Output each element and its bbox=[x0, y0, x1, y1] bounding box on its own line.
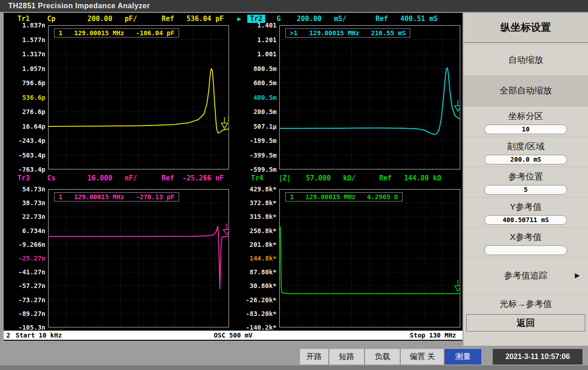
bottom-band bbox=[0, 365, 588, 370]
y-axis-label: 372.8k* bbox=[234, 199, 277, 207]
y-axis-label: -105.3n bbox=[2, 324, 45, 331]
y-axis-label: -57.27n bbox=[2, 282, 45, 289]
marker-readout: 1 129.00015 MHz -270.13 pF bbox=[54, 192, 179, 201]
y-axis-label: -9.266n bbox=[2, 241, 45, 248]
y-axis-label: -73.27n bbox=[2, 296, 45, 304]
tr1-scale: 200.00 pF/ bbox=[87, 15, 137, 23]
y-axis-label: -243.4p bbox=[2, 137, 45, 144]
y-axis-label: 30.80k* bbox=[234, 282, 277, 289]
y-axis-label: -25.27n bbox=[2, 255, 45, 262]
y-axis-label: 276.6p bbox=[2, 108, 45, 115]
tr3-label[interactable]: Tr3 bbox=[17, 174, 30, 182]
clock-display: 2021-3-11 10:57:06 bbox=[493, 349, 583, 365]
y-axis-label: 54.73n bbox=[2, 185, 45, 193]
tr3-param: Cs bbox=[47, 174, 55, 182]
tr3-scale: 16.000 nF/ bbox=[87, 174, 137, 182]
tr4-ref: Ref 144.80 kΩ bbox=[379, 174, 441, 182]
sidebar-item-scale-per-div[interactable]: 刻度/区域200.0 mS bbox=[463, 136, 588, 167]
y-axis-label: -763.4p bbox=[2, 166, 45, 173]
sidebar-item-value[interactable]: 200.0 mS bbox=[485, 155, 567, 164]
y-axis-label: 1.577n bbox=[2, 36, 45, 44]
tr1-param: Cp bbox=[47, 15, 55, 23]
tr2-param: G bbox=[277, 15, 281, 23]
sidebar-item-value[interactable]: 400.50711 mS bbox=[485, 215, 567, 225]
marker-readout: >1 129.00015 MHz 216.55 mS bbox=[285, 28, 410, 38]
tr4-label[interactable]: Tr4 bbox=[251, 174, 263, 182]
y-axis-label: 258.8k* bbox=[234, 227, 277, 234]
y-axis-label: -399.5m bbox=[234, 152, 277, 159]
svg-text:1: 1 bbox=[227, 116, 229, 122]
y-axis-label: 429.8k* bbox=[234, 185, 277, 193]
sidebar-item-value[interactable]: 5 bbox=[485, 185, 567, 195]
open-cal-button[interactable]: 开路 bbox=[300, 349, 329, 365]
sidebar-item-label: 全部自动缩放 bbox=[463, 76, 588, 106]
plot-panel-tr4: 11 129.00015 MHz 4.2905 Ω bbox=[279, 189, 460, 327]
sidebar-item-value[interactable] bbox=[485, 245, 567, 255]
y-axis-label: 200.5m bbox=[234, 108, 277, 115]
tr2-ref: Ref 400.51 mS bbox=[376, 15, 437, 23]
y-axis-label: 507.1µ bbox=[234, 123, 277, 130]
y-axis-label: -89.27n bbox=[2, 310, 45, 317]
y-axis-label: 796.6p bbox=[2, 79, 45, 87]
tr3-ref: Ref -25.266 nF bbox=[162, 174, 223, 182]
trace-header-row-2: Tr3 Cs 16.000 nF/ Ref -25.266 nF Tr4 |Z|… bbox=[4, 174, 463, 183]
trace-header-row-1: Tr1 Cp 200.00 pF/ Ref 536.04 pF ▶ Tr2 G … bbox=[4, 15, 463, 24]
sidebar-item-label: 参考值追踪 bbox=[463, 258, 588, 294]
sidebar-item-marker-to-ref[interactable]: 光标→参考值 bbox=[463, 294, 588, 314]
sidebar-item-auto-scale[interactable]: 自动缩放 bbox=[463, 45, 588, 75]
y-axis-label: -26.20k* bbox=[234, 296, 277, 304]
y-axis-label: 1.837n bbox=[2, 22, 45, 29]
y-axis-label: -140.2k* bbox=[234, 324, 277, 331]
sidebar-item-x-ref-value[interactable]: X参考值 bbox=[463, 227, 588, 257]
y-axis-label: 16.64p bbox=[2, 123, 45, 130]
y-axis-label: 144.8k* bbox=[234, 255, 277, 262]
softkey-menu: 纵坐标设置 ▲ ▼ 自动缩放全部自动缩放坐标分区10刻度/区域200.0 mS参… bbox=[463, 13, 588, 346]
sidebar-item-label: 刻度/区域 bbox=[463, 141, 588, 152]
measure-button[interactable]: 测量 bbox=[445, 349, 481, 365]
y-axis-label: 315.8k* bbox=[234, 213, 277, 220]
sidebar-item-auto-scale-all[interactable]: 全部自动缩放 bbox=[463, 75, 588, 106]
sidebar-item-label: 参考位置 bbox=[463, 171, 588, 183]
y-axis-label: 6.734n bbox=[2, 227, 45, 234]
y-axis-label: 1.201 bbox=[234, 36, 277, 44]
y-axis-label: 536.6p bbox=[2, 94, 45, 101]
submenu-arrow-icon: ▶ bbox=[575, 272, 580, 279]
sidebar-item-label: 自动缩放 bbox=[463, 45, 588, 75]
sidebar-item-ref-tracking[interactable]: 参考值追踪▶ bbox=[463, 257, 588, 294]
menu-title: 纵坐标设置 bbox=[463, 13, 588, 43]
y-axis-label: 22.73n bbox=[2, 213, 45, 220]
y-axis-label: -503.4p bbox=[2, 152, 45, 159]
short-cal-button[interactable]: 短路 bbox=[329, 349, 365, 365]
y-axis-label: 1.317n bbox=[2, 50, 45, 58]
back-button[interactable]: 返回 bbox=[466, 314, 585, 332]
sidebar-item-label: 坐标分区 bbox=[463, 110, 588, 122]
y-axis-label: 201.8k* bbox=[234, 241, 277, 248]
sidebar-item-divisions[interactable]: 坐标分区10 bbox=[463, 106, 588, 136]
sweep-status-bar: 2 Start 10 kHz OSC 500 mV Stop 130 MHz bbox=[4, 331, 463, 340]
y-axis-label: -599.5m bbox=[234, 166, 277, 173]
bias-off-button[interactable]: 偏置 关 bbox=[401, 349, 445, 365]
plot-panel-tr1: 11 129.00015 MHz -106.04 pF bbox=[48, 25, 229, 169]
marker-readout: 1 129.00015 MHz -106.04 pF bbox=[54, 28, 179, 38]
osc-level-label: OSC 500 mV bbox=[4, 331, 463, 340]
sidebar-item-ref-position[interactable]: 参考位置5 bbox=[463, 167, 588, 197]
plot-panel-tr2: 1>1 129.00015 MHz 216.55 mS bbox=[279, 25, 460, 169]
load-cal-button[interactable]: 负载 bbox=[365, 349, 401, 365]
y-axis-label: -41.27n bbox=[2, 268, 45, 276]
measurement-screen: Tr1 Cp 200.00 pF/ Ref 536.04 pF ▶ Tr2 G … bbox=[4, 13, 463, 341]
marker-readout: 1 129.00015 MHz 4.2905 Ω bbox=[285, 192, 403, 201]
y-axis-label: 38.73n bbox=[2, 199, 45, 207]
sidebar-item-value[interactable]: 10 bbox=[485, 125, 567, 134]
y-axis-label: 400.5m bbox=[234, 94, 277, 101]
sidebar-item-y-ref-value[interactable]: Y参考值400.50711 mS bbox=[463, 197, 588, 227]
y-axis-label: 1.001 bbox=[234, 50, 277, 58]
sweep-stop-label: Stop 130 MHz bbox=[410, 331, 456, 340]
tr1-ref: Ref 536.04 pF bbox=[162, 15, 223, 23]
y-axis-label: -83.20k* bbox=[234, 310, 277, 317]
sidebar-item-label: X参考值 bbox=[463, 231, 588, 243]
y-axis-label: 1.401 bbox=[234, 22, 277, 29]
sidebar-item-label: 光标→参考值 bbox=[463, 294, 588, 314]
y-axis-label: 800.5m bbox=[234, 65, 277, 72]
window-title: TH2851 Precision Impedance Analyzer bbox=[0, 0, 588, 12]
y-axis-label: -199.5m bbox=[234, 137, 277, 144]
